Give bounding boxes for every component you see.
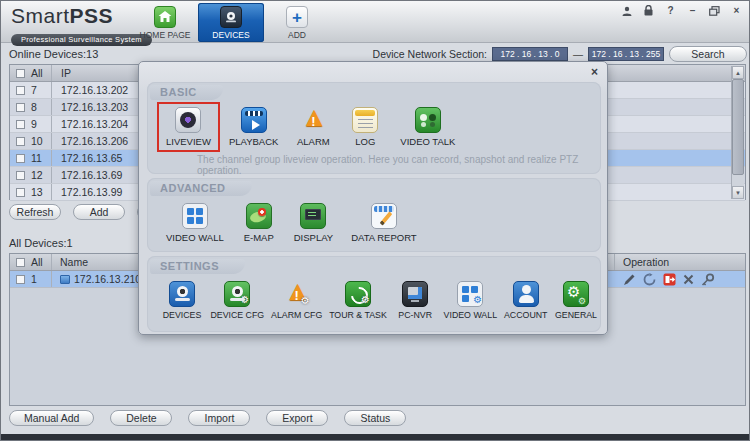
alarm-cfg-item[interactable]: ALARM CFG bbox=[268, 276, 326, 325]
select-all-checkbox[interactable] bbox=[16, 69, 25, 78]
row-checkbox[interactable] bbox=[16, 86, 25, 95]
tour-task-item[interactable]: TOUR & TASK bbox=[326, 276, 390, 325]
row-number: 10 bbox=[25, 135, 51, 147]
row-checkbox[interactable] bbox=[16, 103, 25, 112]
range-dash: — bbox=[573, 49, 583, 60]
item-label: DEVICE CFG bbox=[210, 310, 264, 320]
delete-icon[interactable] bbox=[683, 274, 694, 285]
video-wall-icon bbox=[182, 203, 208, 229]
scroll-up-arrow[interactable]: ▲ bbox=[732, 66, 744, 79]
alarm-cfg-icon bbox=[284, 281, 310, 307]
row-number: 1 bbox=[25, 273, 51, 285]
row-checkbox[interactable] bbox=[16, 120, 25, 129]
pc-nvr-item[interactable]: PC-NVR bbox=[390, 276, 440, 325]
import-button[interactable]: Import bbox=[188, 410, 250, 426]
device-name: 172.16.13.210 bbox=[74, 273, 141, 285]
user-icon[interactable] bbox=[620, 5, 633, 16]
tab-devices[interactable]: DEVICES bbox=[198, 3, 264, 42]
devices-item[interactable]: DEVICES bbox=[157, 276, 207, 325]
main-tabs: HOME PAGE DEVICES ADD bbox=[132, 3, 330, 42]
settings-section: SETTINGS DEVICES DEVICE CFG ALARM CFG TO… bbox=[147, 256, 601, 332]
account-item[interactable]: ACCOUNT bbox=[500, 276, 551, 325]
vertical-scrollbar[interactable]: ▲ ▼ bbox=[731, 66, 744, 199]
device-cfg-icon bbox=[224, 281, 250, 307]
row-number: 12 bbox=[25, 169, 51, 181]
row-number: 8 bbox=[25, 101, 51, 113]
restore-button[interactable] bbox=[708, 5, 721, 16]
general-icon bbox=[563, 281, 589, 307]
item-label: LOG bbox=[355, 136, 375, 147]
item-label: DISPLAY bbox=[294, 232, 333, 243]
edit-icon[interactable] bbox=[623, 273, 636, 286]
logout-icon[interactable] bbox=[663, 273, 676, 286]
item-label: ACCOUNT bbox=[504, 310, 548, 320]
data-report-item[interactable]: DATA REPORT bbox=[342, 198, 425, 248]
display-item[interactable]: DISPLAY bbox=[285, 198, 342, 248]
data-report-icon bbox=[371, 203, 397, 229]
liveview-item[interactable]: LIVEVIEW bbox=[157, 102, 220, 152]
general-item[interactable]: GENERAL bbox=[551, 276, 601, 325]
section-title: BASIC bbox=[150, 85, 223, 100]
item-label: TOUR & TASK bbox=[329, 310, 387, 320]
row-number: 11 bbox=[25, 152, 51, 164]
device-cfg-item[interactable]: DEVICE CFG bbox=[207, 276, 268, 325]
ip-range-start-input[interactable] bbox=[492, 47, 568, 61]
add-button[interactable]: Add bbox=[73, 204, 125, 220]
search-button[interactable]: Search bbox=[669, 46, 747, 62]
app-title: SmartPSS bbox=[11, 4, 152, 28]
app-logo: SmartPSS Professional Surveillance Syste… bbox=[11, 4, 152, 46]
item-label: PLAYBACK bbox=[229, 136, 278, 147]
ip-range-end-input[interactable] bbox=[588, 47, 664, 61]
close-button[interactable]: × bbox=[730, 5, 743, 16]
playback-item[interactable]: PLAYBACK bbox=[220, 102, 287, 152]
video-wall-cfg-item[interactable]: VIDEO WALL bbox=[440, 276, 500, 325]
liveview-icon bbox=[175, 107, 201, 133]
scroll-down-arrow[interactable]: ▼ bbox=[732, 186, 744, 199]
refresh-icon[interactable] bbox=[643, 273, 656, 286]
dialog-close-button[interactable]: × bbox=[591, 66, 598, 78]
item-label: LIVEVIEW bbox=[166, 136, 211, 147]
video-wall-item[interactable]: VIDEO WALL bbox=[157, 198, 233, 248]
minimize-button[interactable]: – bbox=[686, 5, 699, 16]
row-checkbox[interactable] bbox=[16, 137, 25, 146]
row-checkbox[interactable] bbox=[16, 275, 25, 284]
device-icon bbox=[60, 275, 70, 284]
row-number: 13 bbox=[25, 186, 51, 198]
window-bottom-edge bbox=[1, 434, 750, 440]
export-button[interactable]: Export bbox=[266, 410, 328, 426]
lock-icon[interactable] bbox=[642, 5, 655, 16]
section-title: ADVANCED bbox=[150, 181, 252, 196]
emap-item[interactable]: E-MAP bbox=[233, 198, 285, 248]
item-label: ALARM CFG bbox=[271, 310, 322, 320]
window-controls: ? – × bbox=[620, 5, 743, 16]
manual-add-button[interactable]: Manual Add bbox=[9, 410, 94, 426]
log-icon bbox=[352, 107, 378, 133]
smartpss-window: SmartPSS Professional Surveillance Syste… bbox=[0, 0, 750, 441]
section-title: SETTINGS bbox=[150, 259, 245, 274]
devices-icon bbox=[169, 281, 195, 307]
titlebar: SmartPSS Professional Surveillance Syste… bbox=[1, 1, 750, 43]
tab-home-page[interactable]: HOME PAGE bbox=[132, 3, 198, 42]
item-label: E-MAP bbox=[244, 232, 274, 243]
refresh-button[interactable]: Refresh bbox=[9, 204, 61, 220]
tab-add[interactable]: ADD bbox=[264, 3, 330, 42]
alarm-item[interactable]: ALARM bbox=[287, 102, 339, 152]
log-item[interactable]: LOG bbox=[339, 102, 391, 152]
column-all: All bbox=[25, 256, 51, 268]
help-button[interactable]: ? bbox=[664, 5, 677, 16]
tour-task-icon bbox=[345, 281, 371, 307]
key-icon[interactable] bbox=[701, 273, 715, 286]
delete-button[interactable]: Delete bbox=[110, 410, 172, 426]
status-button[interactable]: Status bbox=[344, 410, 406, 426]
item-label: PC-NVR bbox=[398, 310, 432, 320]
alarm-icon bbox=[300, 107, 326, 133]
pc-nvr-icon bbox=[402, 281, 428, 307]
row-checkbox[interactable] bbox=[16, 154, 25, 163]
display-icon bbox=[300, 203, 326, 229]
section-description: The channel group liveview operation. He… bbox=[197, 154, 601, 176]
video-talk-item[interactable]: VIDEO TALK bbox=[391, 102, 464, 152]
select-all-checkbox[interactable] bbox=[16, 258, 25, 267]
row-checkbox[interactable] bbox=[16, 171, 25, 180]
scrollbar-thumb[interactable] bbox=[732, 79, 744, 175]
row-checkbox[interactable] bbox=[16, 188, 25, 197]
